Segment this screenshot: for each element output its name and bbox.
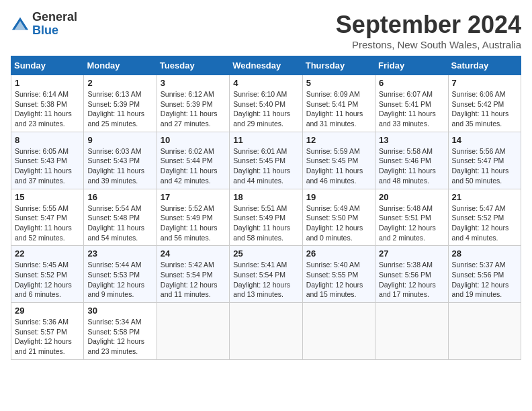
title-block: September 2024 Prestons, New South Wales…	[336, 11, 521, 50]
day-info: Sunrise: 6:13 AMSunset: 5:39 PMDaylight:…	[87, 90, 144, 128]
calendar-cell: 15 Sunrise: 5:55 AMSunset: 5:47 PMDaylig…	[11, 189, 84, 246]
calendar-cell: 12 Sunrise: 5:59 AMSunset: 5:45 PMDaylig…	[302, 132, 375, 189]
calendar-cell: 9 Sunrise: 6:03 AMSunset: 5:43 PMDayligh…	[84, 132, 157, 189]
calendar-cell: 22 Sunrise: 5:45 AMSunset: 5:52 PMDaylig…	[11, 246, 84, 303]
calendar-cell: 13 Sunrise: 5:58 AMSunset: 5:46 PMDaylig…	[375, 132, 448, 189]
calendar-cell: 18 Sunrise: 5:51 AMSunset: 5:49 PMDaylig…	[230, 189, 302, 246]
day-number: 5	[306, 78, 371, 88]
day-info: Sunrise: 6:07 AMSunset: 5:41 PMDaylight:…	[379, 90, 436, 128]
calendar-cell: 27 Sunrise: 5:38 AMSunset: 5:56 PMDaylig…	[375, 246, 448, 303]
logo-general: General	[32, 10, 77, 24]
day-number: 6	[379, 78, 444, 88]
day-info: Sunrise: 6:10 AMSunset: 5:40 PMDaylight:…	[233, 90, 290, 128]
logo-blue: Blue	[32, 24, 58, 37]
day-number: 1	[15, 78, 80, 88]
calendar-cell: 2 Sunrise: 6:13 AMSunset: 5:39 PMDayligh…	[84, 75, 157, 132]
calendar-cell: 4 Sunrise: 6:10 AMSunset: 5:40 PMDayligh…	[230, 75, 302, 132]
calendar-cell	[230, 303, 302, 360]
day-info: Sunrise: 6:01 AMSunset: 5:45 PMDaylight:…	[233, 147, 290, 185]
calendar-cell	[302, 303, 375, 360]
day-info: Sunrise: 5:36 AMSunset: 5:57 PMDaylight:…	[15, 318, 72, 355]
day-info: Sunrise: 6:14 AMSunset: 5:38 PMDaylight:…	[15, 90, 72, 128]
day-info: Sunrise: 6:05 AMSunset: 5:43 PMDaylight:…	[15, 147, 72, 185]
col-header-thursday: Thursday	[302, 56, 375, 75]
day-number: 18	[233, 192, 298, 202]
logo: General Blue	[11, 11, 77, 38]
day-number: 16	[87, 192, 152, 202]
calendar-cell: 3 Sunrise: 6:12 AMSunset: 5:39 PMDayligh…	[157, 75, 229, 132]
day-number: 8	[15, 135, 80, 145]
day-number: 22	[15, 248, 80, 259]
calendar-cell: 14 Sunrise: 5:56 AMSunset: 5:47 PMDaylig…	[448, 132, 521, 189]
col-header-monday: Monday	[84, 56, 157, 75]
day-number: 14	[452, 135, 517, 145]
calendar-cell: 19 Sunrise: 5:49 AMSunset: 5:50 PMDaylig…	[302, 189, 375, 246]
day-number: 4	[233, 78, 298, 88]
calendar-cell: 28 Sunrise: 5:37 AMSunset: 5:56 PMDaylig…	[448, 246, 521, 303]
day-number: 30	[87, 306, 152, 316]
day-info: Sunrise: 5:59 AMSunset: 5:45 PMDaylight:…	[306, 147, 363, 185]
day-info: Sunrise: 5:55 AMSunset: 5:47 PMDaylight:…	[15, 204, 72, 242]
calendar-table: SundayMondayTuesdayWednesdayThursdayFrid…	[11, 56, 521, 360]
location-subtitle: Prestons, New South Wales, Australia	[336, 39, 521, 50]
day-number: 9	[87, 135, 152, 145]
calendar-week-row: 8 Sunrise: 6:05 AMSunset: 5:43 PMDayligh…	[11, 132, 521, 189]
calendar-cell	[157, 303, 229, 360]
day-info: Sunrise: 5:48 AMSunset: 5:51 PMDaylight:…	[379, 204, 436, 242]
day-info: Sunrise: 5:47 AMSunset: 5:52 PMDaylight:…	[452, 204, 509, 242]
day-number: 7	[452, 78, 517, 88]
day-info: Sunrise: 5:56 AMSunset: 5:47 PMDaylight:…	[452, 147, 509, 185]
col-header-tuesday: Tuesday	[157, 56, 229, 75]
day-info: Sunrise: 6:03 AMSunset: 5:43 PMDaylight:…	[87, 147, 144, 185]
calendar-cell: 10 Sunrise: 6:02 AMSunset: 5:44 PMDaylig…	[157, 132, 229, 189]
day-number: 2	[87, 78, 152, 88]
day-number: 24	[161, 248, 226, 259]
day-info: Sunrise: 5:54 AMSunset: 5:48 PMDaylight:…	[87, 204, 144, 242]
day-info: Sunrise: 6:09 AMSunset: 5:41 PMDaylight:…	[306, 90, 363, 128]
logo-text: General Blue	[32, 11, 77, 38]
day-info: Sunrise: 5:58 AMSunset: 5:46 PMDaylight:…	[379, 147, 436, 185]
calendar-cell: 7 Sunrise: 6:06 AMSunset: 5:42 PMDayligh…	[448, 75, 521, 132]
calendar-cell: 16 Sunrise: 5:54 AMSunset: 5:48 PMDaylig…	[84, 189, 157, 246]
day-info: Sunrise: 5:38 AMSunset: 5:56 PMDaylight:…	[379, 261, 436, 298]
calendar-header-row: SundayMondayTuesdayWednesdayThursdayFrid…	[11, 56, 521, 75]
calendar-cell	[448, 303, 521, 360]
day-info: Sunrise: 5:52 AMSunset: 5:49 PMDaylight:…	[161, 204, 218, 242]
day-number: 25	[233, 248, 298, 259]
logo-icon	[11, 15, 30, 34]
day-number: 20	[379, 192, 444, 202]
day-number: 12	[306, 135, 371, 145]
day-number: 17	[161, 192, 226, 202]
day-number: 19	[306, 192, 371, 202]
day-number: 13	[379, 135, 444, 145]
calendar-week-row: 1 Sunrise: 6:14 AMSunset: 5:38 PMDayligh…	[11, 75, 521, 132]
calendar-cell: 25 Sunrise: 5:41 AMSunset: 5:54 PMDaylig…	[230, 246, 302, 303]
calendar-cell: 17 Sunrise: 5:52 AMSunset: 5:49 PMDaylig…	[157, 189, 229, 246]
day-number: 10	[161, 135, 226, 145]
calendar-week-row: 22 Sunrise: 5:45 AMSunset: 5:52 PMDaylig…	[11, 246, 521, 303]
col-header-friday: Friday	[375, 56, 448, 75]
day-info: Sunrise: 6:12 AMSunset: 5:39 PMDaylight:…	[161, 90, 218, 128]
calendar-cell: 23 Sunrise: 5:44 AMSunset: 5:53 PMDaylig…	[84, 246, 157, 303]
col-header-wednesday: Wednesday	[230, 56, 302, 75]
calendar-cell: 5 Sunrise: 6:09 AMSunset: 5:41 PMDayligh…	[302, 75, 375, 132]
calendar-cell: 1 Sunrise: 6:14 AMSunset: 5:38 PMDayligh…	[11, 75, 84, 132]
calendar-week-row: 15 Sunrise: 5:55 AMSunset: 5:47 PMDaylig…	[11, 189, 521, 246]
calendar-cell: 8 Sunrise: 6:05 AMSunset: 5:43 PMDayligh…	[11, 132, 84, 189]
day-number: 15	[15, 192, 80, 202]
day-info: Sunrise: 5:42 AMSunset: 5:54 PMDaylight:…	[161, 261, 218, 298]
day-number: 11	[233, 135, 298, 145]
calendar-cell	[375, 303, 448, 360]
day-number: 28	[452, 248, 517, 259]
calendar-cell: 21 Sunrise: 5:47 AMSunset: 5:52 PMDaylig…	[448, 189, 521, 246]
month-title: September 2024	[336, 11, 521, 39]
calendar-week-row: 29 Sunrise: 5:36 AMSunset: 5:57 PMDaylig…	[11, 303, 521, 360]
calendar-cell: 6 Sunrise: 6:07 AMSunset: 5:41 PMDayligh…	[375, 75, 448, 132]
day-number: 3	[161, 78, 226, 88]
calendar-cell: 30 Sunrise: 5:34 AMSunset: 5:58 PMDaylig…	[84, 303, 157, 360]
day-info: Sunrise: 5:41 AMSunset: 5:54 PMDaylight:…	[233, 261, 290, 298]
calendar-cell: 11 Sunrise: 6:01 AMSunset: 5:45 PMDaylig…	[230, 132, 302, 189]
calendar-cell: 20 Sunrise: 5:48 AMSunset: 5:51 PMDaylig…	[375, 189, 448, 246]
calendar-cell: 24 Sunrise: 5:42 AMSunset: 5:54 PMDaylig…	[157, 246, 229, 303]
day-info: Sunrise: 5:40 AMSunset: 5:55 PMDaylight:…	[306, 261, 363, 298]
